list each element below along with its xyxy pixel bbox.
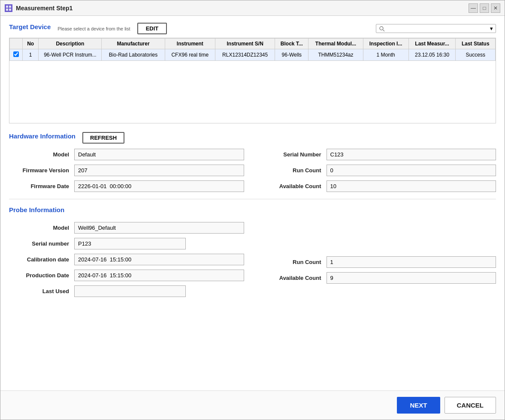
svg-rect-3 (9, 9, 11, 11)
table-row[interactable]: 1 96-Well PCR Instrum... Bio-Rad Laborat… (10, 49, 496, 61)
hw-firmware-date-input[interactable] (74, 180, 244, 192)
col-last-status: Last Status (456, 39, 496, 49)
col-description: Description (39, 39, 102, 49)
device-table: No Description Manufacturer Instrument I… (9, 38, 496, 61)
cancel-button[interactable]: CANCEL (445, 397, 496, 414)
probe-left-col: Model Serial number Calibration date Pro… (9, 222, 244, 297)
hardware-information-title: Hardware Information (9, 132, 76, 140)
probe-available-count-row: Available Count (261, 272, 496, 284)
probe-run-count-label: Run Count (261, 259, 321, 265)
target-device-title: Target Device (9, 23, 51, 30)
svg-line-5 (383, 30, 385, 31)
edit-button[interactable]: EDIT (137, 23, 167, 34)
probe-model-label: Model (9, 225, 69, 231)
row-thermal-modul: THMM51234az (308, 49, 363, 61)
svg-rect-2 (6, 9, 8, 11)
hardware-left-col: Model Firmware Version Firmware Date (9, 149, 244, 192)
table-header-row: No Description Manufacturer Instrument I… (10, 39, 496, 49)
probe-calibration-date-input[interactable] (74, 254, 244, 265)
col-block-t: Block T... (275, 39, 308, 49)
hardware-right-col: Serial Number Run Count Available Count (261, 149, 496, 192)
hw-run-count-row: Run Count (261, 165, 496, 176)
row-block-t: 96-Wells (275, 49, 308, 61)
hw-firmware-version-row: Firmware Version (9, 165, 244, 176)
svg-rect-1 (9, 6, 11, 8)
row-checkbox[interactable] (10, 49, 23, 61)
close-button[interactable]: ✕ (491, 3, 500, 13)
hw-firmware-version-label: Firmware Version (9, 167, 69, 174)
probe-information-section: Probe Information Model Serial number Ca… (9, 206, 496, 297)
row-last-measur: 23.12.05 16:30 (408, 49, 456, 61)
hw-firmware-version-input[interactable] (74, 165, 244, 176)
probe-model-input[interactable] (74, 222, 244, 234)
title-controls: — □ ✕ (469, 3, 500, 13)
probe-last-used-label: Last Used (9, 288, 69, 294)
row-instrument: CFX96 real time (165, 49, 215, 61)
window-title: Measurement Step1 (16, 5, 465, 12)
col-last-measur: Last Measur... (408, 39, 456, 49)
table-body: 1 96-Well PCR Instrum... Bio-Rad Laborat… (10, 49, 496, 61)
probe-information-title: Probe Information (9, 206, 64, 213)
probe-model-row: Model (9, 222, 244, 234)
probe-production-date-input[interactable] (74, 270, 244, 281)
target-device-subtitle: Please select a device from the list (57, 26, 130, 31)
col-checkbox (10, 39, 23, 49)
row-last-status: Success (456, 49, 496, 61)
col-thermal-modul: Thermal Modul... (308, 39, 363, 49)
main-window: Measurement Step1 — □ ✕ Target Device Pl… (0, 0, 505, 420)
content-area: Target Device Please select a device fro… (0, 16, 505, 390)
probe-last-used-row: Last Used (9, 285, 244, 297)
search-input[interactable] (385, 25, 490, 32)
probe-right-spacer: Run Count Available Count (261, 256, 496, 284)
target-device-section: Target Device Please select a device fro… (9, 23, 496, 123)
probe-run-count-row: Run Count (261, 256, 496, 268)
target-left: Target Device Please select a device fro… (9, 23, 167, 34)
row-instrument-sn: RLX12314DZ12345 (215, 49, 275, 61)
probe-serial-number-row: Serial number (9, 238, 244, 249)
search-bar: ▾ (376, 24, 496, 33)
refresh-button[interactable]: REFRESH (82, 132, 124, 144)
col-instrument: Instrument (165, 39, 215, 49)
probe-run-count-input[interactable] (327, 256, 496, 268)
row-manufacturer: Bio-Rad Laboratories (102, 49, 165, 61)
probe-production-date-label: Production Date (9, 272, 69, 279)
hw-firmware-date-row: Firmware Date (9, 180, 244, 192)
hw-run-count-input[interactable] (327, 165, 496, 176)
hw-serial-number-input[interactable] (327, 149, 496, 160)
footer: NEXT CANCEL (0, 390, 505, 420)
hw-serial-number-label: Serial Number (261, 151, 321, 158)
probe-calibration-date-row: Calibration date (9, 254, 244, 265)
probe-serial-number-input[interactable] (74, 238, 186, 249)
col-manufacturer: Manufacturer (102, 39, 165, 49)
hardware-form-grid: Model Firmware Version Firmware Date (9, 149, 496, 192)
probe-header: Probe Information (9, 206, 496, 217)
window-icon (5, 4, 12, 12)
minimize-button[interactable]: — (469, 3, 478, 13)
probe-calibration-date-label: Calibration date (9, 256, 69, 263)
search-icon (379, 26, 385, 32)
probe-available-count-label: Available Count (261, 275, 321, 281)
probe-right-col: Run Count Available Count (261, 222, 496, 297)
hw-model-input[interactable] (74, 149, 244, 160)
hw-model-label: Model (9, 151, 69, 158)
hardware-header: Hardware Information REFRESH (9, 132, 496, 144)
hw-available-count-row: Available Count (261, 180, 496, 192)
target-device-header-row: Target Device Please select a device fro… (9, 23, 496, 34)
search-dropdown-icon[interactable]: ▾ (490, 25, 493, 32)
col-inspection-i: Inspection I... (363, 39, 408, 49)
probe-last-used-input[interactable] (74, 285, 186, 297)
hw-serial-number-row: Serial Number (261, 149, 496, 160)
svg-point-4 (380, 27, 383, 30)
hw-run-count-label: Run Count (261, 167, 321, 174)
maximize-button[interactable]: □ (480, 3, 489, 13)
probe-form-grid: Model Serial number Calibration date Pro… (9, 222, 496, 297)
row-no: 1 (23, 49, 39, 61)
col-no: No (23, 39, 39, 49)
probe-available-count-input[interactable] (327, 272, 496, 284)
hw-available-count-input[interactable] (327, 180, 496, 192)
hw-model-row: Model (9, 149, 244, 160)
table-head: No Description Manufacturer Instrument I… (10, 39, 496, 49)
device-table-container: No Description Manufacturer Instrument I… (9, 38, 496, 123)
next-button[interactable]: NEXT (397, 397, 440, 414)
hw-firmware-date-label: Firmware Date (9, 183, 69, 189)
